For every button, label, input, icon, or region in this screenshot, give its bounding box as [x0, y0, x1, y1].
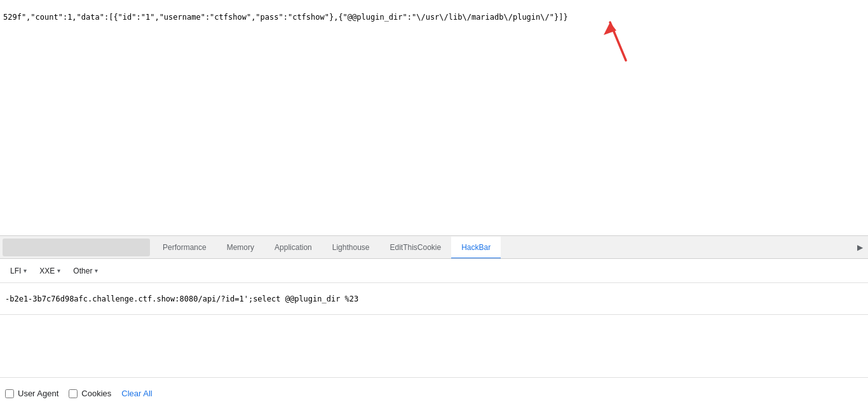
tab-application[interactable]: Application [264, 237, 322, 259]
devtools-tab-bar: Performance Memory Application Lighthous… [0, 235, 868, 259]
cookies-checkbox-label[interactable]: Cookies [69, 389, 111, 398]
lfi-chevron-icon: ▾ [24, 267, 27, 274]
xxe-dropdown-button[interactable]: XXE ▾ [34, 264, 65, 278]
url-area [0, 283, 868, 315]
tab-memory[interactable]: Memory [217, 237, 264, 259]
other-dropdown-button[interactable]: Other ▾ [68, 264, 103, 278]
cookies-checkbox[interactable] [69, 389, 78, 398]
tabs-right-edge [501, 236, 852, 258]
user-agent-checkbox[interactable] [5, 389, 14, 398]
tabs-overflow-right[interactable]: ▶ [852, 236, 868, 258]
json-response-text: 529f","count":1,"data":[{"id":"1","usern… [0, 6, 868, 28]
options-bar: User Agent Cookies Clear All [0, 377, 868, 409]
xxe-chevron-icon: ▾ [57, 267, 60, 274]
other-chevron-icon: ▾ [95, 267, 98, 274]
tab-performance[interactable]: Performance [153, 237, 217, 259]
url-input[interactable] [0, 283, 868, 314]
clear-all-button[interactable]: Clear All [121, 389, 152, 398]
tab-lighthouse[interactable]: Lighthouse [322, 237, 380, 259]
tab-hackbar[interactable]: HackBar [451, 237, 501, 259]
lfi-dropdown-button[interactable]: LFI ▾ [5, 264, 32, 278]
user-agent-checkbox-label[interactable]: User Agent [5, 389, 58, 398]
hackbar-toolbar: LFI ▾ XXE ▾ Other ▾ [0, 259, 868, 283]
content-spacer [0, 315, 868, 366]
main-content-area: 529f","count":1,"data":[{"id":"1","usern… [0, 0, 868, 235]
tab-editthiscookie[interactable]: EditThisCookie [379, 237, 451, 259]
